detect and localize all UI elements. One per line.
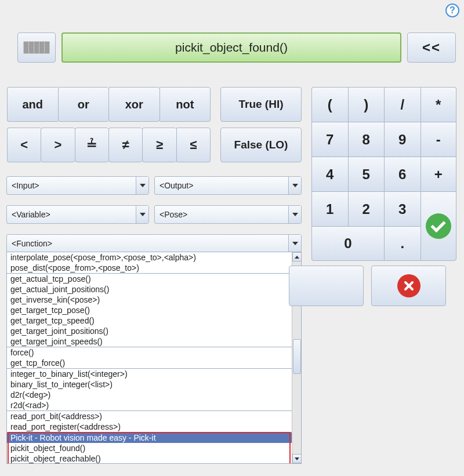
list-item[interactable]: binary_list_to_integer(<list>) <box>7 379 292 390</box>
chevron-down-icon <box>136 177 148 194</box>
chevron-down-icon <box>288 177 301 194</box>
num-3-button[interactable]: 3 <box>384 191 420 226</box>
list-item[interactable]: get_inverse_kin(<pose>) <box>7 295 292 305</box>
gt-button[interactable]: > <box>41 128 74 162</box>
list-item[interactable]: pickit_object_found() <box>7 443 292 453</box>
or-button[interactable]: or <box>58 87 109 122</box>
function-dropdown-label: <Function> <box>7 239 288 248</box>
keyboard-button[interactable] <box>17 32 56 63</box>
list-item[interactable]: get_target_joint_positions() <box>7 326 292 336</box>
multiply-button[interactable]: * <box>420 87 457 122</box>
num-2-button[interactable]: 2 <box>348 191 385 226</box>
neq-button[interactable]: ≠ <box>108 128 142 162</box>
function-dropdown[interactable]: <Function> <box>6 234 302 253</box>
chevron-down-icon <box>288 206 301 223</box>
num-8-button[interactable]: 8 <box>348 122 385 157</box>
backspace-button[interactable]: << <box>407 32 456 63</box>
output-dropdown[interactable]: <Output> <box>154 176 302 195</box>
list-item[interactable]: pose_dist(<pose_from>,<pose_to>) <box>7 263 292 273</box>
chevron-down-icon <box>288 235 301 252</box>
input-dropdown-label: <Input> <box>7 181 136 190</box>
list-item[interactable]: pickit_object_reachable() <box>7 453 292 464</box>
lt-button[interactable]: < <box>7 128 41 162</box>
true-button[interactable]: True (HI) <box>220 87 302 122</box>
list-item[interactable]: get_actual_tcp_pose() <box>7 274 292 284</box>
variable-dropdown[interactable]: <Variable> <box>6 205 149 224</box>
list-item[interactable]: get_target_tcp_speed() <box>7 315 292 326</box>
list-item[interactable]: interpolate_pose(<pose_from>,<pose_to>,<… <box>7 252 292 263</box>
num-0-button[interactable]: 0 <box>311 226 384 261</box>
help-icon[interactable]: ? <box>445 3 459 17</box>
and-button[interactable]: and <box>7 87 58 122</box>
list-item[interactable]: read_port_register(<address>) <box>7 422 292 432</box>
scroll-down-button[interactable] <box>292 454 302 463</box>
cancel-button[interactable] <box>371 266 446 306</box>
submit-button[interactable] <box>289 266 364 306</box>
function-listbox[interactable]: interpolate_pose(<pose_from>,<pose_to>,<… <box>6 252 302 464</box>
lparen-button[interactable]: ( <box>311 87 348 122</box>
rparen-button[interactable]: ) <box>348 87 385 122</box>
minus-button[interactable]: - <box>420 122 457 157</box>
chevron-down-icon <box>136 206 148 223</box>
num-4-button[interactable]: 4 <box>311 157 348 191</box>
keyboard-icon <box>23 41 50 54</box>
pose-dropdown[interactable]: <Pose> <box>154 205 302 224</box>
gte-button[interactable]: ≥ <box>142 128 176 162</box>
not-button[interactable]: not <box>160 87 211 122</box>
input-dropdown[interactable]: <Input> <box>6 176 149 195</box>
expression-field[interactable]: pickit_object_found() <box>61 32 401 63</box>
num-9-button[interactable]: 9 <box>384 122 420 157</box>
output-dropdown-label: <Output> <box>155 181 288 190</box>
list-item[interactable]: integer_to_binary_list(<integer>) <box>7 369 292 379</box>
cancel-icon <box>397 274 420 297</box>
eq-button[interactable]: ≟ <box>75 128 108 162</box>
list-item[interactable]: get_target_joint_speeds() <box>7 336 292 347</box>
ok-button[interactable] <box>420 191 457 261</box>
scroll-up-button[interactable] <box>292 252 302 261</box>
list-item[interactable]: force() <box>7 347 292 358</box>
variable-dropdown-label: <Variable> <box>7 210 136 219</box>
pose-dropdown-label: <Pose> <box>155 210 288 219</box>
divide-button[interactable]: / <box>384 87 420 122</box>
decimal-button[interactable]: . <box>384 226 420 261</box>
false-button[interactable]: False (LO) <box>220 128 302 162</box>
xor-button[interactable]: xor <box>108 87 160 122</box>
numpad: ( ) / * 7 8 9 - 4 5 6 + 1 2 3 0 . <box>311 87 456 261</box>
check-icon <box>426 213 451 239</box>
list-item[interactable]: d2r(<deg>) <box>7 390 292 400</box>
lte-button[interactable]: ≤ <box>176 128 211 162</box>
num-5-button[interactable]: 5 <box>348 157 385 191</box>
list-item[interactable]: get_actual_joint_positions() <box>7 284 292 295</box>
num-6-button[interactable]: 6 <box>384 157 420 191</box>
num-7-button[interactable]: 7 <box>311 122 348 157</box>
list-item[interactable]: Pick-it - Robot vision made easy - Pick-… <box>7 433 292 443</box>
list-item[interactable]: read_port_bit(<address>) <box>7 411 292 422</box>
scrollbar-thumb[interactable] <box>293 339 301 374</box>
num-1-button[interactable]: 1 <box>311 191 348 226</box>
list-item[interactable]: r2d(<rad>) <box>7 400 292 410</box>
list-item[interactable]: get_target_tcp_pose() <box>7 305 292 315</box>
plus-button[interactable]: + <box>420 157 457 191</box>
list-item[interactable]: get_tcp_force() <box>7 358 292 368</box>
